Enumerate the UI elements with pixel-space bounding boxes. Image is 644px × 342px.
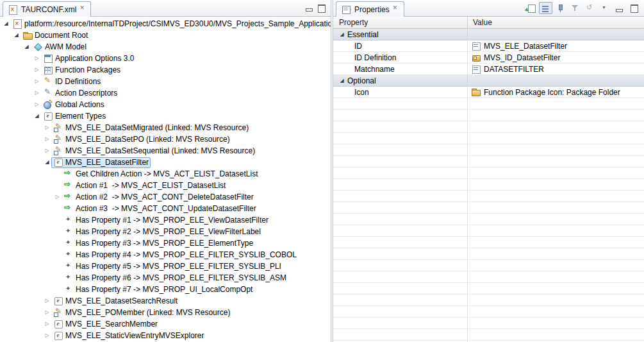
property-value[interactable]: DATASETFILTER — [484, 65, 544, 74]
tree-row[interactable]: ▷Action Descriptors — [0, 87, 331, 99]
tree-node[interactable]: Action #3 -> MVS_ACT_CONT_UpdateDatasetF… — [62, 203, 258, 214]
twisty-collapsed-icon[interactable]: ▷ — [43, 330, 51, 341]
tree-row[interactable]: ▷ID Definitions — [0, 76, 331, 87]
property-value[interactable]: Function Package Icon: Package Folder — [484, 88, 620, 97]
tab-taurconf-xml[interactable]: TAURCONF.xml — [3, 1, 91, 17]
tree-row[interactable]: Has Property #3 -> MVS_PROP_ELE_ElementT… — [0, 237, 331, 249]
tree-node[interactable]: Action Descriptors — [41, 88, 119, 99]
tree-row[interactable]: ◢AWM Model — [0, 41, 331, 53]
twisty-collapsed-icon[interactable]: ▷ — [43, 122, 51, 133]
twisty-expanded-icon[interactable]: ◢ — [2, 18, 10, 30]
tree-node[interactable]: Application Options 3.0 — [41, 53, 136, 64]
tree-node[interactable]: Get Children Action -> MVS_ACT_ELIST_Dat… — [62, 169, 260, 180]
twisty-collapsed-icon[interactable]: ▷ — [43, 307, 51, 318]
tree-row[interactable]: ◢Document Root — [0, 30, 331, 41]
tab-properties[interactable]: Properties — [336, 1, 404, 17]
tree-node[interactable]: Global Actions — [41, 99, 106, 110]
tree-row[interactable]: Has Property #5 -> MVS_PROP_ELE_FILTER_S… — [0, 261, 331, 272]
tree-row[interactable]: ▷Global Actions — [0, 99, 331, 110]
twisty-collapsed-icon[interactable]: ▷ — [33, 87, 41, 99]
twisty-expanded-icon[interactable]: ◢ — [22, 41, 31, 53]
tree-node[interactable]: Has Property #3 -> MVS_PROP_ELE_ElementT… — [62, 238, 255, 249]
property-row[interactable]: IconFunction Package Icon: Package Folde… — [333, 87, 644, 98]
tree-row[interactable]: ▷MVS_ELE_StaticViewEntryMVSExplorer — [0, 330, 331, 341]
tree-node[interactable]: platform:/resource/InternalTDProject/CSI… — [10, 19, 331, 30]
twisty-collapsed-icon[interactable]: ▷ — [33, 64, 41, 76]
show-categories-button[interactable] — [539, 2, 552, 14]
tree-node[interactable]: Element Types — [41, 111, 108, 122]
tree-row[interactable]: Action #3 -> MVS_ACT_CONT_UpdateDatasetF… — [0, 203, 331, 214]
tree-row[interactable]: Has Property #2 -> MVS_PROP_ELE_ViewFilt… — [0, 226, 331, 237]
close-icon[interactable] — [79, 6, 86, 13]
column-header-property[interactable]: Property — [333, 17, 468, 28]
tree-node[interactable]: MVS_ELE_DatasetSearchResult — [51, 296, 179, 307]
tree-row[interactable]: Has Property #1 -> MVS_PROP_ELE_ViewData… — [0, 214, 331, 226]
property-row[interactable]: IDMVS_ELE_DatasetFilter — [333, 40, 644, 52]
tree-node[interactable]: Has Property #2 -> MVS_PROP_ELE_ViewFilt… — [62, 227, 263, 237]
tree-row[interactable]: ▷MVS_ELE_DataSetPO (Linked: MVS Resource… — [0, 133, 331, 145]
twisty-collapsed-icon[interactable]: ▷ — [43, 133, 51, 145]
twisty-collapsed-icon[interactable]: ▷ — [43, 318, 51, 330]
tree-node[interactable]: Has Property #4 -> MVS_PROP_ELE_FILTER_S… — [62, 250, 299, 261]
twisty-collapsed-icon[interactable]: ▷ — [43, 295, 51, 307]
tree-row[interactable]: Has Property #6 -> MVS_PROP_ELE_FILTER_S… — [0, 272, 331, 284]
view-menu-button[interactable] — [598, 2, 611, 14]
tree-node[interactable]: Has Property #7 -> MVS_PROP_UI_LocalComp… — [62, 284, 254, 295]
twisty-expanded-icon[interactable]: ◢ — [338, 31, 346, 37]
minimize-icon[interactable] — [304, 4, 313, 12]
tree-node[interactable]: MVS_ELE_DataSetSequential (Linked: MVS R… — [51, 146, 257, 157]
tree-node[interactable]: MVS_ELE_POMember (Linked: MVS Resource) — [51, 307, 232, 318]
twisty-expanded-icon[interactable]: ◢ — [33, 110, 41, 122]
tree-row[interactable]: ▷Function Packages — [0, 64, 331, 76]
pin-to-selection-button[interactable] — [554, 2, 567, 14]
maximize-icon[interactable] — [317, 4, 326, 12]
tree-node[interactable]: ID Definitions — [41, 76, 103, 87]
category-row[interactable]: ◢Optional — [333, 75, 644, 87]
twisty-expanded-icon[interactable]: ◢ — [338, 78, 346, 83]
tree-row[interactable]: ▷MVS_ELE_DataSetSequential (Linked: MVS … — [0, 145, 331, 157]
tree-row[interactable]: ▷MVS_ELE_DatasetSearchResult — [0, 295, 331, 307]
tree-row[interactable]: ▷Action #2 -> MVS_ACT_CONT_DeleteDataset… — [0, 191, 331, 203]
column-header-value[interactable]: Value — [468, 17, 644, 28]
tree-node[interactable]: Has Property #6 -> MVS_PROP_ELE_FILTER_S… — [62, 273, 288, 284]
tree-row[interactable]: ◢Element Types — [0, 110, 331, 122]
restore-default-value-button[interactable] — [583, 2, 597, 14]
close-icon[interactable] — [393, 6, 399, 13]
show-advanced-properties-button[interactable] — [568, 2, 582, 14]
minimize-button[interactable] — [613, 2, 626, 14]
tree-row[interactable]: ▷Application Options 3.0 — [0, 53, 331, 64]
tree-node[interactable]: MVS_ELE_StaticViewEntryMVSExplorer — [51, 330, 206, 341]
tree-node[interactable]: AWM Model — [31, 42, 88, 53]
twisty-collapsed-icon[interactable]: ▷ — [43, 145, 51, 157]
tree-row[interactable]: ▷MVS_ELE_DataSetMigrated (Linked: MVS Re… — [0, 122, 331, 133]
property-row[interactable]: MatchnameDATASETFILTER — [333, 64, 644, 75]
tree-row[interactable]: Has Property #4 -> MVS_PROP_ELE_FILTER_S… — [0, 249, 331, 261]
tree-row[interactable]: ◢MVS_ELE_DatasetFilter — [0, 157, 331, 168]
tree-node[interactable]: Has Property #1 -> MVS_PROP_ELE_ViewData… — [62, 215, 270, 226]
tree-row[interactable]: Action #1 -> MVS_ACT_ELIST_DatasetList — [0, 180, 331, 191]
tree-node[interactable]: Action #1 -> MVS_ACT_ELIST_DatasetList — [62, 180, 227, 191]
tree-row[interactable]: ▷MVS_ELE_POMember (Linked: MVS Resource) — [0, 307, 331, 318]
new-properties-view-button[interactable] — [524, 2, 538, 14]
twisty-collapsed-icon[interactable]: ▷ — [33, 53, 41, 64]
twisty-collapsed-icon[interactable]: ▷ — [33, 76, 41, 87]
property-row[interactable]: ID DefinitionMVS_ID_DatasetFilter — [333, 52, 644, 64]
tree-node[interactable]: Action #2 -> MVS_ACT_CONT_DeleteDatasetF… — [62, 192, 256, 203]
twisty-collapsed-icon[interactable]: ▷ — [53, 191, 62, 203]
maximize-button[interactable] — [627, 2, 641, 14]
tree-row[interactable]: ▷MVS_ELE_SearchMember — [0, 318, 331, 330]
tree-row[interactable]: Get Children Action -> MVS_ACT_ELIST_Dat… — [0, 168, 331, 180]
tree-node[interactable]: Document Root — [21, 30, 90, 41]
tree-node[interactable]: MVS_ELE_DataSetMigrated (Linked: MVS Res… — [51, 123, 251, 133]
tree-node[interactable]: Has Property #5 -> MVS_PROP_ELE_FILTER_S… — [62, 261, 283, 272]
tree-node[interactable]: Function Packages — [41, 65, 122, 76]
tree-row[interactable]: Has Property #7 -> MVS_PROP_UI_LocalComp… — [0, 284, 331, 295]
tree-node[interactable]: MVS_ELE_SearchMember — [51, 319, 160, 330]
twisty-expanded-icon[interactable]: ◢ — [12, 30, 21, 41]
twisty-collapsed-icon[interactable]: ▷ — [33, 99, 41, 110]
tree-node[interactable]: MVS_ELE_DataSetPO (Linked: MVS Resource) — [51, 134, 232, 145]
tree-node-selected[interactable]: MVS_ELE_DatasetFilter — [51, 157, 151, 168]
twisty-expanded-icon[interactable]: ◢ — [43, 157, 51, 168]
category-row[interactable]: ◢Essential — [333, 29, 644, 40]
tree-row[interactable]: ◢platform:/resource/InternalTDProject/CS… — [0, 18, 331, 30]
